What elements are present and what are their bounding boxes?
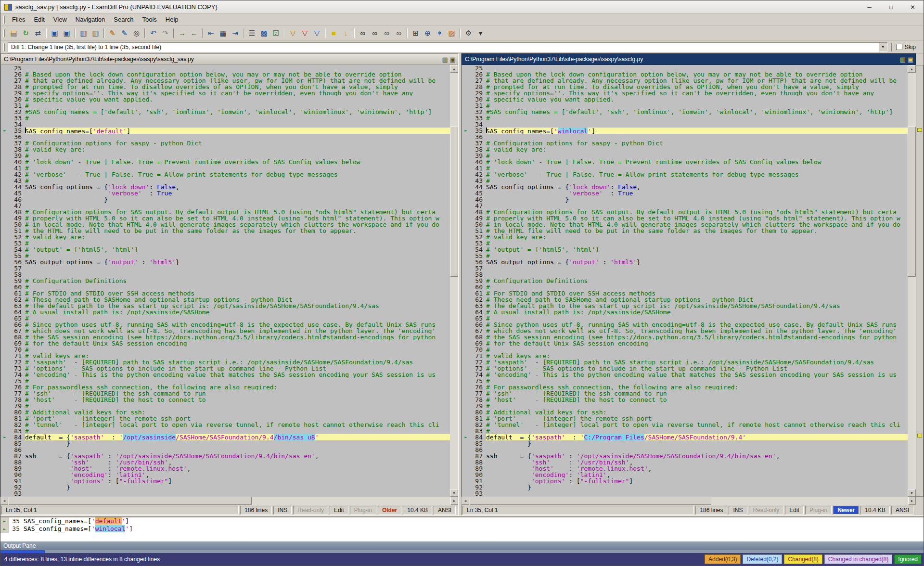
code-line[interactable]: 52# valid key are:: [1, 234, 450, 240]
code-line[interactable]: 88 'ssh' : '/usr/bin/ssh',: [1, 459, 450, 465]
code-line[interactable]: 73# 'options' - SAS options to include i…: [462, 365, 908, 372]
code-line[interactable]: 44SAS_config_options = {'lock_down': Fal…: [462, 184, 908, 190]
code-line[interactable]: 66# Since python uses utf-8, running SAS…: [1, 322, 450, 328]
scroll-up-icon[interactable]: ▲: [908, 65, 916, 73]
code-line[interactable]: 54# 'output' = ['html5', 'html']: [462, 246, 908, 253]
code-line[interactable]: 28# prompted for at run time. To disallo…: [1, 84, 450, 90]
code-line[interactable]: 62# These need path to SASHome and optio…: [462, 296, 908, 303]
code-line[interactable]: 25: [462, 65, 908, 71]
code-line[interactable]: 80# Additional valid keys for ssh:: [462, 409, 908, 415]
next-diff-icon[interactable]: →: [177, 27, 188, 39]
code-line[interactable]: 51# the HTML file will need to be put in…: [1, 228, 450, 234]
right-browse-file-icon[interactable]: ▣: [908, 56, 913, 63]
left-vscroll-track[interactable]: [450, 73, 458, 489]
code-line[interactable]: 57: [462, 265, 908, 271]
code-line[interactable]: 72# 'saspath' - [REQUIRED] path to SAS s…: [462, 359, 908, 365]
code-line[interactable]: 74# 'encoding' - This is the python enco…: [1, 372, 450, 378]
code-line[interactable]: 83#: [462, 428, 908, 434]
show-identical-icon[interactable]: ☰: [246, 27, 257, 39]
code-line[interactable]: 46 }: [1, 196, 450, 203]
prev-diff-icon[interactable]: ←: [189, 27, 200, 39]
menu-navigation[interactable]: Navigation: [71, 14, 109, 25]
right-hscroll-thumb[interactable]: [470, 497, 711, 505]
left-code-area[interactable]: 2526# Based upon the lock_down configura…: [1, 65, 450, 497]
code-line[interactable]: 39#: [462, 153, 908, 159]
code-line[interactable]: ►35SAS_config_names=['default']: [1, 128, 450, 134]
code-line[interactable]: 47: [462, 203, 908, 209]
code-line[interactable]: 74# 'encoding' - This is the python enco…: [462, 372, 908, 378]
code-line[interactable]: 90 'encoding': 'latin1',: [462, 472, 908, 478]
code-line[interactable]: 50# in local mode. Note that HTML 4.0 wi…: [1, 221, 450, 228]
code-line[interactable]: 45 'verbose' : True: [462, 190, 908, 196]
toolbar-grip[interactable]: [3, 29, 5, 37]
close-button[interactable]: ✕: [902, 0, 924, 13]
code-line[interactable]: 33#: [462, 115, 908, 121]
code-line[interactable]: 91 'options' : ["-fullstimer"]: [1, 478, 450, 484]
code-line[interactable]: 38# valid key are:: [462, 146, 908, 153]
code-line[interactable]: 55#: [462, 253, 908, 259]
menu-files[interactable]: Files: [8, 14, 29, 25]
code-line[interactable]: 29# specify options=''. This way it's sp…: [1, 90, 450, 96]
code-line[interactable]: 67# which does not work well as utf-8. S…: [462, 328, 908, 334]
diffbar-grip[interactable]: [3, 43, 5, 51]
code-line[interactable]: 30# specific value you want applied.: [1, 96, 450, 103]
last-diff-icon[interactable]: ⇥: [230, 27, 241, 39]
code-line[interactable]: 63# The default path to the sas start up…: [462, 303, 908, 309]
code-line[interactable]: 56SAS_output_options = {'output' : 'html…: [1, 259, 450, 265]
code-line[interactable]: 80# Additional valid keys for ssh:: [1, 409, 450, 415]
find-last-icon[interactable]: ∞: [393, 27, 404, 39]
code-line[interactable]: 40# 'lock_down' - True | False. True = P…: [1, 159, 450, 165]
left-hscroll-track[interactable]: [8, 497, 450, 505]
right-vscroll-track[interactable]: [908, 73, 916, 489]
code-line[interactable]: 76# For passwordless ssh connection, the…: [1, 384, 450, 390]
find-first-icon[interactable]: ∞: [357, 27, 368, 39]
code-line[interactable]: 41#: [462, 165, 908, 171]
code-line[interactable]: 72# 'saspath' - [REQUIRED] path to SAS s…: [1, 359, 450, 365]
code-line[interactable]: 60#: [462, 284, 908, 290]
details-icon[interactable]: ⊞: [410, 27, 421, 39]
maximize-button[interactable]: □: [880, 0, 902, 13]
code-line[interactable]: 32#SAS_config_names = ['default', 'ssh',…: [462, 109, 908, 115]
menu-search[interactable]: Search: [109, 14, 138, 25]
code-line[interactable]: 31#: [1, 103, 450, 109]
find-prev-icon[interactable]: ∞: [369, 27, 380, 39]
code-line[interactable]: 64# A usual install path is: /opt/sasins…: [462, 309, 908, 315]
code-line[interactable]: 70#: [1, 347, 450, 353]
right-code-area[interactable]: 2526# Based upon the lock_down configura…: [462, 65, 908, 497]
code-line[interactable]: 26# Based upon the lock_down configurati…: [462, 71, 908, 77]
code-line[interactable]: 39#: [1, 153, 450, 159]
scroll-up-icon[interactable]: ▲: [450, 65, 458, 73]
code-line[interactable]: 34: [462, 121, 908, 128]
options-gear-icon[interactable]: ⚙: [463, 27, 474, 39]
left-print-pane-icon[interactable]: ▥: [442, 56, 448, 63]
code-line[interactable]: 48# Configuration options for SAS output…: [1, 209, 450, 215]
highlight-inline-icon[interactable]: ■: [328, 27, 339, 39]
skip-checkbox-group[interactable]: Skip: [896, 44, 921, 51]
code-line[interactable]: 49# properly with HTML 5.0 so it can als…: [462, 215, 908, 221]
code-line[interactable]: 89 'host' : 'remote.linux.host',: [462, 465, 908, 472]
code-line[interactable]: 42# 'verbose' - True | False. True = All…: [462, 171, 908, 178]
code-line[interactable]: 68# the SAS session encoding (see https:…: [462, 334, 908, 340]
goto-line-icon[interactable]: ↓: [340, 27, 351, 39]
code-line[interactable]: 59# Configuration Definitions: [462, 278, 908, 284]
code-line[interactable]: 89 'host' : 'remote.linux.host',: [1, 465, 450, 472]
code-line[interactable]: 87ssh = {'saspath' : '/opt/sasinside/SAS…: [1, 453, 450, 459]
code-line[interactable]: 29# specify options=''. This way it's sp…: [462, 90, 908, 96]
redo-icon[interactable]: ↷: [160, 27, 171, 39]
code-line[interactable]: 30# specific value you want applied.: [462, 96, 908, 103]
code-line[interactable]: 33#: [1, 115, 450, 121]
code-line[interactable]: 38# valid key are:: [1, 146, 450, 153]
code-line[interactable]: 54# 'output' = ['html5', 'html']: [1, 246, 450, 253]
edit-second-icon[interactable]: ✎: [119, 27, 130, 39]
combo-dropdown-arrow-icon[interactable]: ▼: [879, 43, 887, 51]
code-line[interactable]: 67# which does not work well as utf-8. S…: [1, 328, 450, 334]
code-line[interactable]: 78# 'host' - [REQUIRED] the host to conn…: [1, 397, 450, 403]
code-line[interactable]: 31#: [462, 103, 908, 109]
scroll-left-icon[interactable]: ◄: [462, 497, 469, 505]
code-line[interactable]: 69# for the default Unix SAS session enc…: [462, 340, 908, 347]
code-line[interactable]: 82# 'tunnel' - [integer] local port to o…: [462, 422, 908, 428]
code-line[interactable]: 77# 'ssh' - [REQUIRED] the ssh command t…: [462, 390, 908, 397]
menu-help[interactable]: Help: [161, 14, 183, 25]
save-second-icon[interactable]: ▣: [61, 27, 72, 39]
left-vscroll-thumb[interactable]: [450, 127, 458, 276]
